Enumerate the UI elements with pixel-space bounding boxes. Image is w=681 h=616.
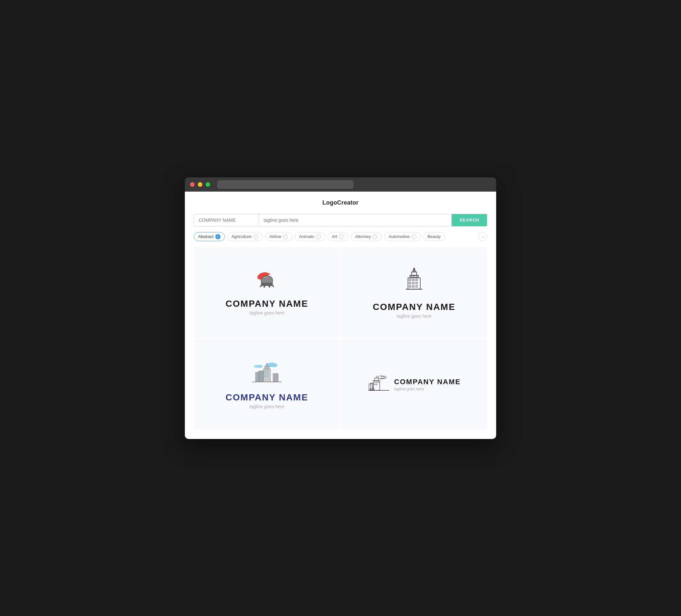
filter-next-arrow[interactable]: → [478, 232, 487, 241]
app-title: LogoCreator [194, 199, 487, 206]
svg-rect-33 [264, 376, 266, 377]
filter-chip-attorney[interactable]: Attorney ✓ [351, 232, 382, 241]
check-icon-agriculture: ✓ [253, 234, 258, 239]
check-icon-animals: ✓ [316, 234, 321, 239]
logo-4-tagline: tagline goes here [394, 387, 460, 391]
svg-rect-15 [412, 282, 414, 284]
check-icon-automotive: ✓ [411, 234, 417, 239]
logo-grid: COMPANY NAME tagline goes here [194, 247, 487, 430]
browser-titlebar [185, 177, 496, 191]
svg-rect-48 [376, 384, 377, 385]
logo-3-company-name: COMPANY NAME [226, 392, 308, 403]
logo-2-tagline: tagline goes here [397, 313, 431, 319]
filter-chip-beauty[interactable]: Beauty [423, 232, 445, 241]
traffic-light-yellow[interactable] [198, 182, 202, 187]
company-name-input[interactable] [194, 214, 259, 226]
logo-3-tagline: tagline goes here [249, 404, 284, 409]
filter-chip-agriculture[interactable]: Agriculture ✓ [227, 232, 263, 241]
svg-rect-13 [416, 279, 418, 281]
filter-label-art: Art [332, 234, 337, 239]
filter-bar: Abstract ✓ Agriculture ✓ Airline ✓ Anima… [194, 232, 487, 241]
check-icon-attorney: ✓ [372, 234, 377, 239]
browser-window: LogoCreator SEARCH Abstract ✓ Agricultur… [185, 177, 496, 439]
search-bar: SEARCH [194, 214, 487, 226]
logo-card-2[interactable]: COMPANY NAME tagline goes here [341, 247, 487, 338]
svg-rect-31 [264, 373, 266, 374]
svg-rect-7 [411, 276, 412, 277]
filter-chip-automotive[interactable]: Automotive ✓ [384, 232, 421, 241]
logo-4-inline: COMPANY NAME tagline goes here [368, 374, 460, 395]
svg-rect-2 [269, 286, 270, 288]
svg-rect-1 [263, 286, 265, 288]
svg-rect-5 [411, 272, 417, 275]
logo-1-company-name: COMPANY NAME [226, 299, 308, 309]
traffic-light-green[interactable] [206, 182, 210, 187]
svg-rect-14 [409, 282, 411, 284]
svg-rect-12 [412, 279, 414, 281]
svg-rect-46 [378, 382, 379, 383]
svg-rect-42 [375, 378, 378, 381]
app-content: LogoCreator SEARCH Abstract ✓ Agricultur… [185, 191, 496, 439]
svg-rect-44 [374, 382, 375, 383]
logo-icon-city-inline [368, 374, 390, 395]
check-icon-airline: ✓ [283, 234, 288, 239]
svg-rect-45 [376, 382, 377, 383]
logo-2-company-name: COMPANY NAME [373, 302, 456, 312]
filter-chip-animals[interactable]: Animals ✓ [295, 232, 325, 241]
svg-rect-34 [267, 376, 268, 377]
logo-icon-city-colored [249, 360, 285, 387]
filter-label-animals: Animals [299, 234, 314, 239]
svg-rect-11 [409, 279, 411, 281]
tagline-input[interactable] [259, 214, 338, 226]
keyword-input[interactable] [338, 214, 452, 226]
svg-rect-30 [267, 370, 268, 371]
svg-rect-8 [413, 276, 415, 277]
filter-chip-airline[interactable]: Airline ✓ [265, 232, 292, 241]
svg-rect-47 [374, 384, 375, 385]
filter-label-agriculture: Agriculture [231, 234, 252, 239]
logo-card-1[interactable]: COMPANY NAME tagline goes here [194, 247, 340, 338]
svg-rect-36 [259, 371, 263, 382]
search-button[interactable]: SEARCH [452, 214, 487, 226]
check-icon-abstract: ✓ [215, 234, 221, 239]
filter-chip-abstract[interactable]: Abstract ✓ [194, 232, 225, 241]
address-bar[interactable] [217, 180, 353, 189]
filter-chip-art[interactable]: Art ✓ [328, 232, 348, 241]
logo-icon-building [403, 266, 426, 297]
svg-rect-19 [416, 286, 418, 287]
svg-rect-9 [416, 276, 418, 277]
svg-rect-17 [409, 286, 411, 287]
traffic-light-red[interactable] [190, 182, 195, 187]
filter-label-abstract: Abstract [198, 234, 214, 239]
filter-label-beauty: Beauty [427, 234, 440, 239]
svg-rect-27 [264, 366, 269, 369]
logo-4-text-block: COMPANY NAME tagline goes here [394, 378, 460, 391]
svg-rect-18 [412, 286, 414, 287]
svg-rect-6 [410, 275, 418, 278]
check-icon-art: ✓ [339, 234, 344, 239]
logo-card-3[interactable]: COMPANY NAME tagline goes here [194, 339, 340, 430]
filter-label-attorney: Attorney [355, 234, 371, 239]
svg-rect-16 [416, 282, 418, 284]
logo-1-tagline: tagline goes here [249, 310, 284, 315]
svg-point-23 [271, 363, 278, 367]
svg-rect-37 [273, 374, 278, 382]
svg-rect-29 [264, 370, 266, 371]
logo-4-company-name: COMPANY NAME [394, 378, 460, 386]
svg-rect-32 [267, 373, 268, 374]
filter-label-automotive: Automotive [388, 234, 409, 239]
filter-label-airline: Airline [270, 234, 281, 239]
svg-point-25 [258, 365, 263, 368]
logo-card-4[interactable]: COMPANY NAME tagline goes here [341, 339, 487, 430]
logo-icon-helmet [254, 270, 280, 293]
